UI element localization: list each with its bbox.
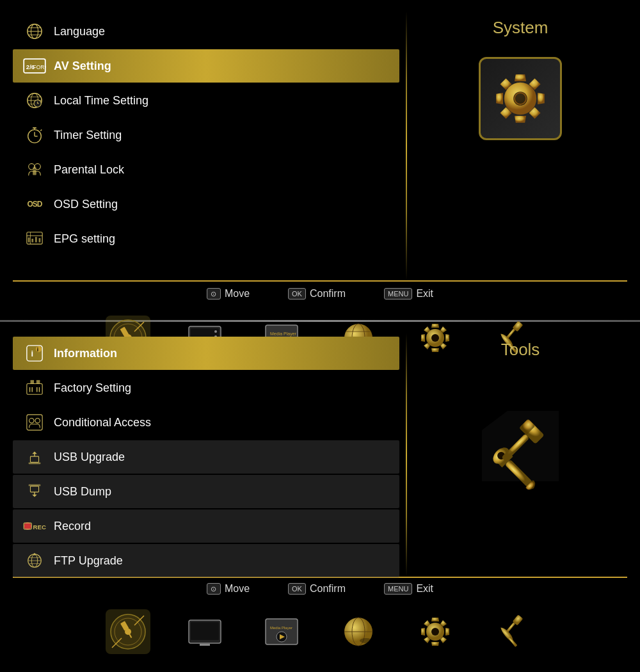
menu-item-information[interactable]: i i Information	[13, 337, 399, 370]
system-icon-container	[479, 57, 562, 140]
usb-dump-icon	[23, 480, 46, 503]
top-menu: Language 2/6 FORM AV Setting	[13, 12, 399, 280]
bottom-ok-key: OK	[288, 583, 306, 595]
nav-move: ⊙ Move	[207, 288, 250, 300]
svg-rect-145	[508, 637, 518, 647]
menu-key: MENU	[384, 288, 412, 300]
factory-icon	[23, 376, 46, 399]
menu-item-conditional[interactable]: Conditional Access	[13, 406, 399, 439]
svg-rect-31	[35, 237, 37, 242]
menu-item-parental[interactable]: Parental Lock	[13, 153, 399, 186]
menu-item-usb-upgrade[interactable]: USB Upgrade	[13, 440, 399, 474]
information-label: Information	[54, 347, 117, 360]
ftp-icon	[23, 549, 46, 572]
bottom-vertical-divider	[406, 333, 407, 577]
svg-rect-90	[27, 415, 42, 430]
bottom-side-section: Tools	[413, 333, 627, 577]
svg-marker-66	[431, 324, 439, 328]
bottom-nav-move: ⊙ Move	[207, 583, 250, 595]
svg-marker-95	[32, 452, 36, 454]
ok-key: OK	[288, 288, 306, 300]
svg-point-132	[360, 638, 372, 643]
bottom-strip-tv[interactable]	[182, 609, 227, 654]
nav-confirm: OK Confirm	[288, 288, 346, 300]
epg-icon	[23, 227, 46, 250]
exit-label: Exit	[416, 288, 433, 300]
bottom-strip-satellite[interactable]	[106, 609, 150, 654]
record-label: Record	[54, 520, 91, 533]
menu-item-record[interactable]: REC Record	[13, 509, 399, 543]
svg-point-53	[214, 330, 217, 333]
svg-marker-99	[32, 495, 36, 497]
svg-marker-35	[496, 93, 503, 104]
top-side-section: System	[413, 12, 627, 280]
bottom-strip-media[interactable]: Media Player	[259, 609, 304, 654]
parental-icon	[23, 158, 46, 181]
bottom-move-label: Move	[225, 583, 250, 595]
menu-item-ftp[interactable]: FTP Upgrade	[13, 544, 399, 577]
language-icon	[23, 20, 46, 43]
bottom-title: Tools	[501, 340, 540, 360]
usb-dump-label: USB Dump	[54, 485, 111, 499]
svg-marker-33	[515, 74, 526, 81]
svg-marker-36	[538, 93, 545, 104]
av-label: AV Setting	[54, 60, 111, 73]
info-icon: i i	[23, 342, 46, 365]
conditional-icon	[23, 411, 46, 434]
top-vertical-divider	[406, 12, 407, 280]
nav-exit: MENU Exit	[384, 288, 433, 300]
bottom-strip-gear[interactable]	[413, 609, 458, 654]
bottom-move-key: ⊙	[207, 583, 221, 595]
move-key: ⊙	[207, 288, 221, 300]
parental-label: Parental Lock	[54, 163, 124, 177]
svg-text:REC: REC	[33, 524, 46, 531]
epg-label: EPG setting	[54, 232, 115, 246]
language-label: Language	[54, 25, 105, 38]
bottom-strip-globe[interactable]	[336, 609, 381, 654]
bottom-strip-tools[interactable]	[490, 609, 534, 654]
svg-text:i: i	[31, 349, 33, 358]
svg-point-142	[431, 628, 439, 636]
svg-text:FORM: FORM	[33, 64, 46, 70]
bottom-menu: i i Information	[13, 333, 399, 577]
svg-marker-135	[421, 628, 425, 636]
svg-marker-34	[515, 116, 526, 123]
svg-marker-133	[431, 618, 439, 621]
menu-item-language[interactable]: Language	[13, 15, 399, 48]
local-time-label: Local Time Setting	[54, 94, 148, 108]
menu-item-epg[interactable]: EPG setting	[13, 222, 399, 255]
bottom-icon-strip: Media Player	[13, 600, 627, 660]
menu-item-factory[interactable]: Factory Setting	[13, 371, 399, 404]
ftp-label: FTP Upgrade	[54, 554, 123, 568]
svg-rect-32	[39, 238, 41, 243]
usb-upgrade-icon	[23, 445, 46, 468]
svg-line-21	[40, 130, 42, 131]
top-nav-bar: ⊙ Move OK Confirm MENU Exit	[13, 280, 627, 306]
menu-item-timer[interactable]: Timer Setting	[13, 118, 399, 152]
menu-item-local-time[interactable]: Local Time Setting	[13, 84, 399, 117]
osd-icon: OSD	[23, 193, 46, 216]
factory-label: Factory Setting	[54, 381, 131, 395]
svg-rect-24	[33, 170, 36, 175]
svg-rect-100	[29, 484, 41, 486]
svg-rect-124	[200, 644, 210, 646]
move-label: Move	[225, 288, 250, 300]
svg-rect-97	[30, 486, 38, 492]
top-title: System	[493, 18, 548, 38]
svg-text:i: i	[37, 346, 38, 353]
svg-rect-93	[30, 456, 38, 462]
bottom-confirm-label: Confirm	[310, 583, 346, 595]
svg-point-42	[513, 92, 527, 106]
timer-icon	[23, 124, 46, 147]
timer-label: Timer Setting	[54, 129, 122, 142]
svg-text:Media Player: Media Player	[270, 626, 292, 630]
menu-item-osd[interactable]: OSD OSD Setting	[13, 188, 399, 221]
svg-point-92	[35, 418, 40, 422]
svg-point-121	[125, 628, 131, 635]
menu-item-usb-dump[interactable]: USB Dump	[13, 475, 399, 508]
local-time-icon	[23, 89, 46, 112]
bottom-exit-label: Exit	[416, 583, 433, 595]
menu-item-av-setting[interactable]: 2/6 FORM AV Setting	[13, 49, 399, 83]
svg-rect-96	[29, 462, 41, 464]
bottom-menu-key: MENU	[384, 583, 412, 595]
